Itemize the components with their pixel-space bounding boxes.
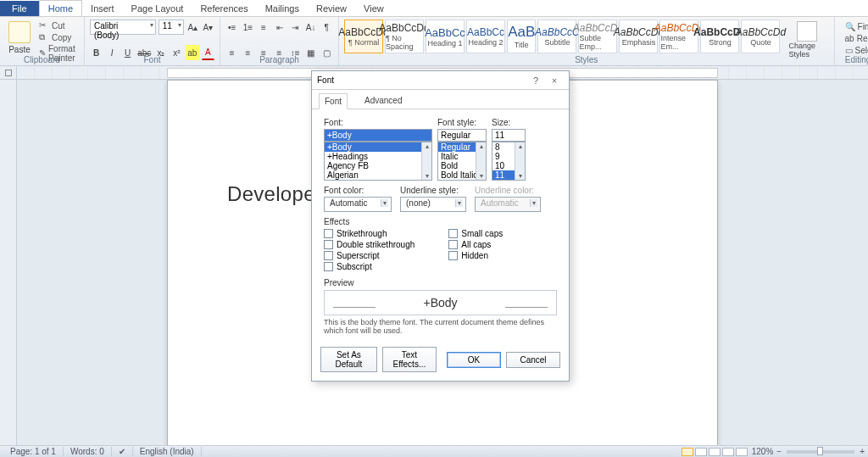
style-normal[interactable]: AaBbCcDd¶ Normal <box>344 20 383 53</box>
font-input[interactable] <box>324 129 432 142</box>
replace-button[interactable]: abReplace <box>843 33 868 44</box>
vertical-ruler[interactable] <box>0 80 17 445</box>
hidden-label: Hidden <box>461 251 488 260</box>
style-label: ¶ No Spacing <box>386 34 423 51</box>
font-listbox[interactable]: +Body +Headings Agency FB Algerian Arial <box>324 142 432 181</box>
dstrike-checkbox[interactable] <box>324 240 333 249</box>
cut-button[interactable]: Cut <box>37 20 81 31</box>
tab-view[interactable]: View <box>355 1 392 16</box>
fontcolor-combo[interactable]: Automatic <box>324 197 392 212</box>
view-outline-button[interactable] <box>722 448 734 456</box>
zoom-out-button[interactable]: − <box>776 447 782 456</box>
change-styles-button[interactable]: Change Styles <box>785 20 828 60</box>
size-listbox[interactable]: 8 9 10 11 12 <box>492 142 526 181</box>
list-item[interactable]: Agency FB <box>325 161 431 170</box>
style-sample: AaBbCc <box>425 26 465 39</box>
replace-label: Replace <box>857 34 868 43</box>
font-name-combo[interactable]: Calibri (Body) <box>90 20 156 35</box>
dialog-tab-advanced[interactable]: Advanced <box>359 93 407 109</box>
dstrike-label: Double strikethrough <box>337 240 415 249</box>
list-item[interactable]: +Body <box>325 142 431 152</box>
find-label: Find <box>858 22 868 31</box>
status-proof[interactable]: ✔ <box>112 447 133 456</box>
zoom-slider[interactable] <box>787 450 854 454</box>
dec-indent-button[interactable]: ⇤ <box>273 20 287 35</box>
copy-button[interactable]: Copy <box>37 31 81 43</box>
status-words[interactable]: Words: 0 <box>64 447 112 456</box>
dialog-tab-font[interactable]: Font <box>319 93 348 109</box>
tab-insert[interactable]: Insert <box>82 1 123 16</box>
sort-button[interactable]: A↓ <box>304 20 318 35</box>
style-title[interactable]: AaBTitle <box>507 20 536 53</box>
font-size-combo[interactable]: 11 <box>159 20 184 35</box>
scrollbar[interactable] <box>515 142 525 180</box>
list-item[interactable]: 12 <box>492 180 525 181</box>
style-listbox[interactable]: Regular Italic Bold Bold Italic <box>437 142 487 181</box>
view-read-button[interactable] <box>695 448 707 456</box>
tab-review[interactable]: Review <box>308 1 355 16</box>
allcaps-label: All caps <box>461 240 491 249</box>
multilevel-button[interactable]: ≡ <box>257 20 270 35</box>
style-sample: AaBbCc <box>467 26 504 38</box>
tab-references[interactable]: References <box>192 1 256 16</box>
subscript-checkbox[interactable] <box>324 262 333 271</box>
scrollbar[interactable] <box>476 142 486 180</box>
style-subtleemp[interactable]: AaBbCcDdSubtle Emp... <box>578 20 617 53</box>
numbering-button[interactable]: 1≡ <box>242 20 255 35</box>
dialog-title: Font <box>317 75 334 85</box>
zoom-value[interactable]: 120% <box>752 447 774 456</box>
superscript-checkbox[interactable] <box>324 251 333 260</box>
view-draft-button[interactable] <box>736 448 748 456</box>
text-effects-button[interactable]: Text Effects... <box>382 347 437 372</box>
list-item[interactable]: Arial <box>325 180 431 181</box>
style-nospacing[interactable]: AaBbCcDd¶ No Spacing <box>385 20 424 53</box>
copy-icon <box>39 32 49 42</box>
menubar: File Home Insert Page Layout References … <box>0 0 868 17</box>
style-subtitle[interactable]: AaBbCcCSubtitle <box>537 20 576 53</box>
list-item[interactable]: +Headings <box>325 152 431 161</box>
style-sample: AaBbCcDd <box>379 22 429 34</box>
hidden-checkbox[interactable] <box>448 251 458 260</box>
style-quote[interactable]: AaBbCcDdQuote <box>741 20 780 53</box>
style-emphasis[interactable]: AaBbCcDdEmphasis <box>619 20 658 53</box>
grow-font-button[interactable]: A▴ <box>186 20 199 35</box>
ok-button[interactable]: OK <box>447 352 501 368</box>
size-input[interactable] <box>492 129 526 142</box>
strike-checkbox[interactable] <box>324 229 333 238</box>
style-label: Subtitle <box>544 38 570 47</box>
ustészer-combo[interactable]: (none) <box>400 197 466 212</box>
smallcaps-checkbox[interactable] <box>448 229 458 238</box>
scrollbar[interactable] <box>421 142 431 180</box>
list-item[interactable]: Algerian <box>325 170 431 180</box>
tab-home[interactable]: Home <box>39 0 82 16</box>
style-heading1[interactable]: AaBbCcHeading 1 <box>426 20 465 53</box>
style-input[interactable] <box>437 129 487 142</box>
tab-pagelayout[interactable]: Page Layout <box>123 1 192 16</box>
show-marks-button[interactable]: ¶ <box>320 20 333 35</box>
style-strong[interactable]: AaBbCcDdStrong <box>700 20 739 53</box>
help-button[interactable]: ? <box>526 75 545 86</box>
style-label: Subtle Emp... <box>579 34 616 51</box>
style-label: Heading 1 <box>427 39 462 47</box>
editing-group-label: Editing <box>835 55 868 64</box>
replace-icon: ab <box>845 34 854 43</box>
zoom-in-button[interactable]: + <box>860 447 865 456</box>
view-web-button[interactable] <box>709 448 721 456</box>
tab-selector[interactable] <box>5 70 12 76</box>
view-print-button[interactable] <box>682 448 693 456</box>
bullets-button[interactable]: •≡ <box>225 20 239 35</box>
status-lang[interactable]: English (India) <box>133 447 202 456</box>
status-page[interactable]: Page: 1 of 1 <box>3 447 64 456</box>
allcaps-checkbox[interactable] <box>448 240 458 249</box>
close-button[interactable]: × <box>545 75 564 86</box>
cancel-button[interactable]: Cancel <box>506 352 560 368</box>
set-default-button[interactable]: Set As Default <box>320 347 377 372</box>
find-button[interactable]: 🔍Find <box>843 21 868 32</box>
tab-mailings[interactable]: Mailings <box>257 1 308 16</box>
style-sample: AaB <box>508 24 535 41</box>
tab-file[interactable]: File <box>0 1 39 16</box>
style-heading2[interactable]: AaBbCcHeading 2 <box>466 20 505 53</box>
style-field-label: Font style: <box>437 118 487 127</box>
shrink-font-button[interactable]: A▾ <box>202 20 214 35</box>
inc-indent-button[interactable]: ⇥ <box>288 20 302 35</box>
